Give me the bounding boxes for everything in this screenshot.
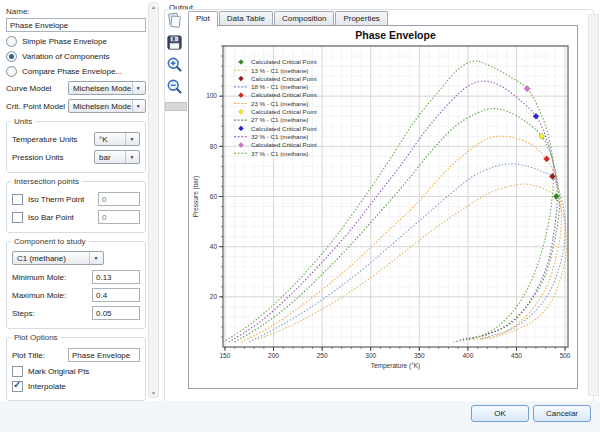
svg-text:Calculated Critical Point: Calculated Critical Point	[251, 58, 317, 65]
svg-text:27 % - C1 (methane): 27 % - C1 (methane)	[251, 116, 308, 123]
plot-title-input[interactable]	[68, 348, 140, 362]
chevron-down-icon: ▼	[125, 133, 138, 145]
chart-title: Phase Envelope	[355, 29, 436, 41]
settings-sidebar: Name: Simple Phase Envelope Variation of…	[0, 0, 160, 401]
interpolate-checkbox[interactable]	[12, 381, 23, 392]
critical-point-marker	[533, 113, 539, 119]
svg-text:Calculated Critical Point: Calculated Critical Point	[251, 91, 317, 98]
plot-tab-panel: 15020025030035040045050020406080100Tempe…	[188, 25, 578, 389]
units-group: Units Temperature Units °K ▼ Pression Un…	[6, 121, 146, 173]
svg-text:60: 60	[210, 193, 218, 200]
zoom-out-icon	[166, 78, 183, 95]
plot-title-label: Plot Title:	[12, 351, 45, 360]
chevron-down-icon: ▼	[125, 151, 138, 163]
copy-icon	[166, 12, 183, 29]
mark-original-pts-label: Mark Original Pts	[28, 367, 89, 376]
radio-icon[interactable]	[6, 66, 17, 77]
iso-bar-checkbox[interactable]	[12, 212, 23, 223]
phase-envelope-chart: 15020025030035040045050020406080100Tempe…	[189, 26, 577, 388]
tab-properties[interactable]: Properties	[335, 11, 387, 26]
svg-text:Calculated Critical Point: Calculated Critical Point	[251, 75, 317, 82]
svg-text:200: 200	[268, 352, 279, 359]
svg-text:300: 300	[365, 352, 376, 359]
dialog-footer: OK Cancelar	[0, 401, 600, 432]
plot-options-group-title: Plot Options	[11, 333, 61, 342]
svg-text:32 % - C1 (methane): 32 % - C1 (methane)	[251, 133, 308, 140]
chart-toolbar	[165, 8, 189, 111]
temperature-units-select[interactable]: °K ▼	[94, 132, 140, 146]
svg-text:Calculated Critical Point: Calculated Critical Point	[251, 108, 317, 115]
svg-text:Calculated Critical Point: Calculated Critical Point	[251, 141, 317, 148]
svg-text:13 % - C1 (methane): 13 % - C1 (methane)	[251, 67, 308, 74]
steps-label: Steps:	[12, 309, 35, 318]
iso-therm-input[interactable]	[98, 192, 140, 206]
output-panel: Output	[161, 0, 600, 401]
crit-point-model-label: Crit. Point Model	[6, 102, 65, 111]
tab-data-table[interactable]: Data Table	[219, 11, 273, 26]
svg-text:23 % - C1 (methane): 23 % - C1 (methane)	[251, 100, 308, 107]
minimum-mole-input[interactable]	[92, 270, 140, 284]
svg-text:37 % - C1 (methane): 37 % - C1 (methane)	[251, 150, 308, 157]
mode-radio-compare[interactable]: Compare Phase Envelope...	[6, 66, 146, 77]
radio-label: Compare Phase Envelope...	[22, 67, 122, 76]
chevron-down-icon: ▼	[132, 82, 145, 94]
crit-point-model-select[interactable]: Michelsen Model ▼	[68, 99, 146, 113]
component-group: Component to study C1 (methane) ▼ Minimu…	[6, 241, 146, 329]
output-scrollbar[interactable]	[588, 14, 599, 396]
mode-radio-simple[interactable]: Simple Phase Envelope	[6, 36, 146, 47]
minimum-mole-label: Minimum Mole:	[12, 273, 66, 282]
maximum-mole-label: Maximun Mole:	[12, 291, 66, 300]
save-button[interactable]	[165, 33, 184, 52]
temperature-units-label: Temperature Units	[12, 135, 77, 144]
radio-icon[interactable]	[6, 36, 17, 47]
critical-point-markers	[524, 86, 559, 200]
svg-text:100: 100	[206, 92, 217, 99]
interpolate-label: Interpolate	[28, 382, 66, 391]
mode-radio-variation[interactable]: Variation of Components	[6, 51, 146, 62]
zoom-in-icon	[166, 56, 183, 73]
svg-text:250: 250	[317, 352, 328, 359]
radio-icon[interactable]	[6, 51, 17, 62]
sidebar-scrollbar[interactable]: ▲ ▼	[148, 2, 159, 398]
ok-button[interactable]: OK	[471, 405, 529, 422]
chevron-down-icon: ▼	[132, 100, 145, 112]
cancel-button[interactable]: Cancelar	[533, 405, 591, 422]
svg-text:Calculated Critical Point: Calculated Critical Point	[251, 125, 317, 132]
svg-text:500: 500	[560, 352, 571, 359]
pression-units-label: Pression Units	[12, 153, 64, 162]
iso-bar-label: Iso Bar Point	[28, 213, 93, 222]
svg-text:350: 350	[414, 352, 425, 359]
steps-input[interactable]	[92, 306, 140, 320]
iso-bar-input[interactable]	[98, 210, 140, 224]
iso-therm-checkbox[interactable]	[12, 194, 23, 205]
svg-text:450: 450	[511, 352, 522, 359]
svg-text:40: 40	[210, 243, 218, 250]
tab-composition[interactable]: Composition	[274, 11, 334, 26]
pression-units-select[interactable]: bar ▼	[94, 150, 140, 164]
zoom-out-button[interactable]	[165, 77, 184, 96]
curve-model-label: Curve Model	[6, 84, 51, 93]
mark-original-pts-checkbox[interactable]	[12, 366, 23, 377]
iso-therm-label: Iso Therm Point	[28, 195, 93, 204]
save-icon	[166, 34, 183, 51]
scroll-up-icon[interactable]: ▲	[149, 4, 158, 10]
curve-model-select[interactable]: Michelsen Model ▼	[68, 81, 146, 95]
tab-plot[interactable]: Plot	[188, 11, 218, 27]
maximum-mole-input[interactable]	[92, 288, 140, 302]
svg-text:80: 80	[210, 143, 218, 150]
svg-text:20: 20	[210, 293, 218, 300]
copy-button[interactable]	[165, 11, 184, 30]
toolbar-splitter[interactable]	[165, 102, 187, 111]
zoom-in-button[interactable]	[165, 55, 184, 74]
chevron-down-icon: ▼	[89, 252, 102, 264]
svg-text:18 % - C1 (methane): 18 % - C1 (methane)	[251, 83, 308, 90]
units-group-title: Units	[11, 117, 35, 126]
name-label: Name:	[6, 7, 146, 16]
radio-label: Variation of Components	[22, 52, 109, 61]
component-select[interactable]: C1 (methane) ▼	[12, 251, 104, 265]
name-input[interactable]	[6, 18, 146, 32]
scroll-down-icon[interactable]: ▼	[149, 390, 158, 396]
critical-point-marker	[544, 156, 550, 162]
envelope-curve	[249, 164, 565, 342]
intersection-group: Intersection points Iso Therm Point Iso …	[6, 181, 146, 233]
